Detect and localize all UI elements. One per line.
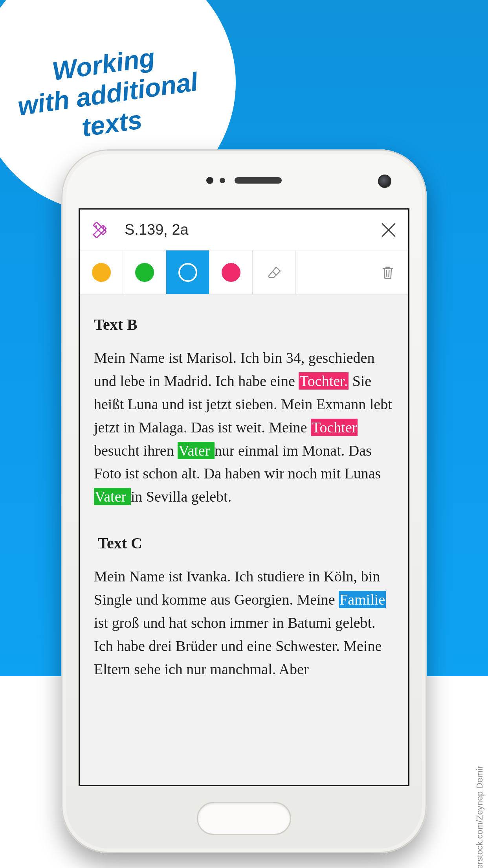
highlight-toolbar <box>80 250 408 294</box>
trash-button[interactable] <box>367 250 408 294</box>
trash-icon <box>380 265 396 280</box>
color-yellow[interactable] <box>80 250 123 294</box>
paragraph-text-c[interactable]: Mein Name ist Ivanka. Ich studiere in Kö… <box>94 565 394 680</box>
text-content[interactable]: Text B Mein Name ist Marisol. Ich bin 34… <box>80 294 408 785</box>
swatch-blue <box>178 263 197 282</box>
topbar: S.139, 2a <box>80 210 408 250</box>
heading-text-c: Text C <box>94 531 394 555</box>
highlight-green[interactable]: Vater <box>94 488 131 505</box>
phone-camera <box>378 175 391 188</box>
svg-line-6 <box>272 271 276 275</box>
color-green[interactable] <box>123 250 166 294</box>
close-icon[interactable] <box>380 221 397 239</box>
eraser-button[interactable] <box>253 250 296 294</box>
swatch-green <box>135 263 154 282</box>
swatch-pink <box>222 263 240 282</box>
color-pink[interactable] <box>209 250 253 294</box>
svg-line-7 <box>387 270 387 276</box>
heading-text-b: Text B <box>94 313 394 337</box>
highlight-pink[interactable]: Tochter <box>311 419 358 436</box>
tools-icon[interactable] <box>91 221 109 239</box>
image-credit: Shutterstock.com/Zeynep Demir <box>475 766 485 868</box>
svg-line-8 <box>389 270 389 276</box>
app-screen: S.139, 2a <box>79 208 409 786</box>
eraser-icon <box>266 265 282 280</box>
paragraph-text-b[interactable]: Mein Name ist Marisol. Ich bin 34, gesch… <box>94 346 394 508</box>
highlight-pink[interactable]: Tochter. <box>299 372 349 390</box>
phone-speaker <box>61 177 427 184</box>
promo-headline: Workingwith additionaltexts <box>12 37 204 151</box>
phone-frame: S.139, 2a <box>61 149 427 853</box>
highlight-green[interactable]: Vater <box>178 442 215 459</box>
color-blue[interactable] <box>166 250 209 294</box>
phone-home-button[interactable] <box>197 802 291 835</box>
swatch-yellow <box>92 263 111 282</box>
page-title: S.139, 2a <box>109 221 380 238</box>
highlight-blue[interactable]: Familie <box>339 591 386 608</box>
